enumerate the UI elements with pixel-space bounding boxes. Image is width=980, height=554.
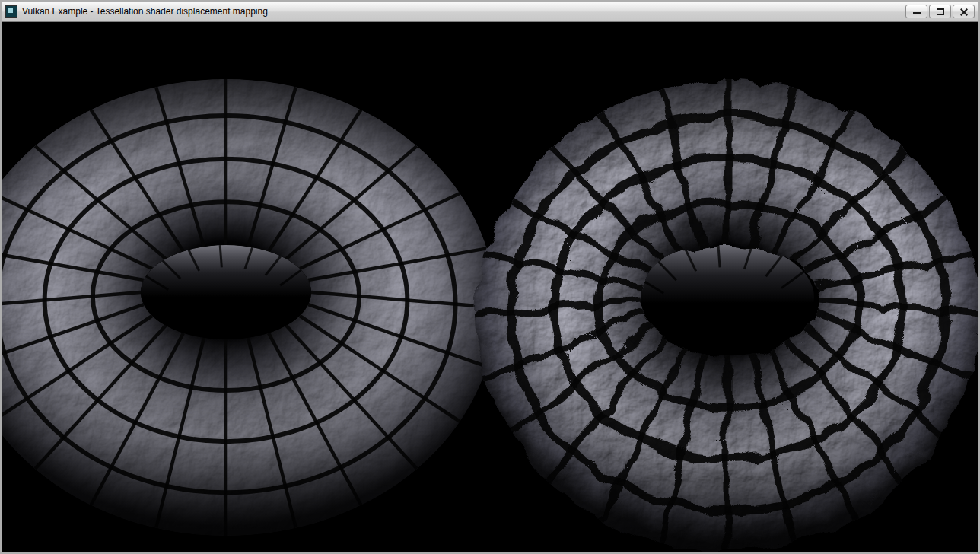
vulkan-scene: [2, 22, 978, 552]
close-button[interactable]: [953, 5, 975, 18]
render-viewport[interactable]: [2, 22, 978, 552]
maximize-icon: [937, 8, 944, 15]
window-controls: [905, 5, 975, 18]
minimize-button[interactable]: [905, 5, 928, 18]
app-icon-glyph: [8, 8, 13, 13]
minimize-icon: [913, 12, 921, 14]
torus-right-hole-inner-wall: [635, 243, 814, 352]
app-icon: [5, 5, 18, 18]
window-title: Vulkan Example - Tessellation shader dis…: [22, 6, 268, 17]
titlebar[interactable]: Vulkan Example - Tessellation shader dis…: [2, 2, 978, 22]
maximize-button[interactable]: [929, 5, 951, 18]
app-window: Vulkan Example - Tessellation shader dis…: [0, 0, 980, 554]
close-icon: [959, 8, 969, 17]
torus-left-hole-inner-wall: [141, 245, 311, 339]
